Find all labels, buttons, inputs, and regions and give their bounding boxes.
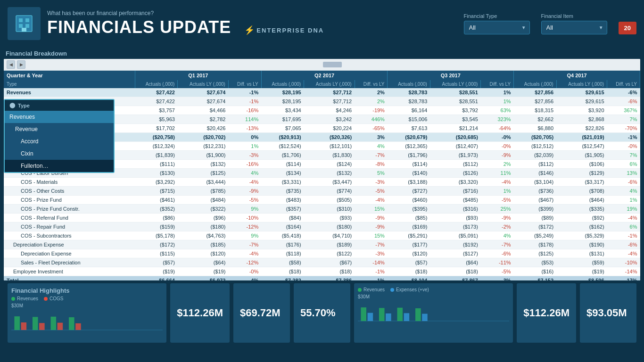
row-cell: ($736) [514,187,556,196]
row-cell: ($131) [556,249,607,258]
row-cell: 1% [607,196,640,205]
table-row[interactable]: COS - Other Costs($715)($785)-9%($735)($… [4,187,640,196]
table-scroll-area[interactable]: ⬤ Type Revenues Revenue Accord Cixin Ful… [4,71,640,280]
row-cell: ($114) [261,160,304,169]
row-cell: 323% [481,115,514,124]
table-row[interactable]: Employee Investment($19)($19)-0%($18)($1… [4,267,640,276]
row-cell: -9% [481,214,514,222]
row-cell: $3,792 [430,106,480,115]
chart1-svg [11,308,163,337]
table-row[interactable]: Total$6,664$6,972-4%$7,282$7,386-1%$8,10… [4,276,640,281]
row-cell: $6,880 [514,124,556,133]
table-row[interactable]: Depreciation Expense($115)($120)-4%($118… [4,249,640,258]
scroll-left-btn[interactable]: ◀ [7,60,15,69]
row-cell: -6% [481,249,514,258]
row-cell: 6% [607,222,640,231]
legend2-expenses-dot [390,288,394,292]
row-cell: -5% [481,267,514,276]
type-dropdown[interactable]: ⬤ Type Revenues Revenue Accord Cixin Ful… [4,99,115,173]
table-row[interactable]: COS - Referral Fund($86)($96)-10%($84)($… [4,214,640,222]
financial-item-select[interactable]: All [541,21,607,34]
dropdown-item-cixin[interactable]: Cixin [5,148,114,160]
kpi-panel-3: 55.70% [294,283,350,343]
row-cell: -7% [481,240,514,249]
row-cell: 2% [481,160,514,169]
row-cell: 11% [481,169,514,178]
row-cell: 1% [481,97,514,106]
row-cell: ($58) [261,258,304,267]
table-row[interactable]: COS - Materials($3,292)($3,444)-4%($3,33… [4,178,640,187]
row-cell: ($21,019) [556,133,607,142]
row-label: Depreciation Expense [4,240,135,249]
legend-revenues-label: Revenues [17,296,38,301]
row-cell: -1% [355,267,388,276]
row-cell: ($774) [304,187,355,196]
row-cell: 2% [355,88,388,97]
financial-type-select[interactable]: All [464,21,530,34]
table-row[interactable]: Revenues$27,422$27,674-1%$28,195$27,7122… [4,88,640,97]
financial-item-label: Financial Item [541,13,607,19]
row-cell: ($177) [388,240,430,249]
scroll-handle[interactable] [323,62,342,67]
dropdown-item-revenue[interactable]: Revenue [5,123,114,135]
table-row[interactable]: Sales - Fleet Depreciation($57)($64)-12%… [4,258,640,267]
table-row[interactable]: COS - Prize Fund($461)($484)-5%($483)($5… [4,196,640,205]
col-q4-actuals: Actuals (,000) [514,80,556,88]
chart2-legend: Revenues Expenses (+ve) [358,287,509,292]
legend2-revenues-dot [358,288,362,292]
table-row[interactable]: Depreciation Expense($172)($185)-7%($176… [4,240,640,249]
col-type: Type [4,80,135,88]
row-cell: ($53) [514,258,556,267]
row-cell: ($12,324) [135,142,177,151]
row-cell: -65% [355,124,388,133]
kpi-panel-5: $93.05M [580,283,636,343]
header-subtitle: What has been our financial performance? [47,10,464,16]
row-cell: $22,826 [556,124,607,133]
row-cell: ($169) [388,222,430,231]
row-cell: ($120) [178,249,228,258]
row-cell: ($129) [556,169,607,178]
row-cell: ($111) [135,160,177,169]
year-badge: 20 [619,22,636,34]
row-cell: 6% [607,160,640,169]
row-cell: -0% [228,267,261,276]
row-cell: ($86) [135,214,177,222]
row-cell: ($64) [178,258,228,267]
scroll-right-btn[interactable]: ▶ [17,60,25,69]
legend2-expenses-label: Expenses (+ve) [396,287,429,292]
col-group-q1: Q1 2017 [135,71,261,80]
financial-item-filter: Financial Item All [541,13,607,34]
financial-type-select-wrapper[interactable]: All [464,21,530,34]
row-cell: ($467) [514,196,556,205]
row-cell: $3,920 [556,106,607,115]
row-cell: -4% [228,276,261,281]
row-cell: ($180) [304,222,355,231]
row-cell: ($185) [178,240,228,249]
row-cell: ($316) [430,205,480,214]
row-cell: $27,856 [514,97,556,106]
row-cell: ($1,905) [556,151,607,160]
legend2-revenues-label: Revenues [363,287,385,292]
dropdown-item-revenues[interactable]: Revenues [5,111,114,123]
financial-item-select-wrapper[interactable]: All [541,21,607,34]
row-cell: ($190) [556,240,607,249]
row-cell: ($5,329) [556,231,607,240]
row-cell: ($310) [304,205,355,214]
row-cell: ($20,758) [135,133,177,142]
col-q1-actuals: Actuals (,000) [135,80,177,88]
table-row[interactable]: COS - Repair Fund($159)($180)-12%($164)(… [4,222,640,231]
dropdown-item-fullerton[interactable]: Fullerton… [5,160,114,172]
row-cell: -0% [481,142,514,151]
table-row[interactable]: COS - Prize Fund Constr.($352)($322)9%($… [4,205,640,214]
row-label: COS - Prize Fund [4,196,135,205]
col-q1-actuals-ly: Actuals LY (,000) [178,80,228,88]
row-cell: $4,466 [178,106,228,115]
table-row[interactable]: COS - Subcontractors($5,178)($4,763)9%($… [4,231,640,240]
dropdown-item-accord[interactable]: Accord [5,135,114,148]
row-cell: -8% [355,160,388,169]
svg-rect-20 [397,308,403,321]
row-label: Employee Investment [4,267,135,276]
row-cell: ($57) [388,258,430,267]
row-cell: -3% [355,249,388,258]
row-cell: -9% [481,151,514,160]
